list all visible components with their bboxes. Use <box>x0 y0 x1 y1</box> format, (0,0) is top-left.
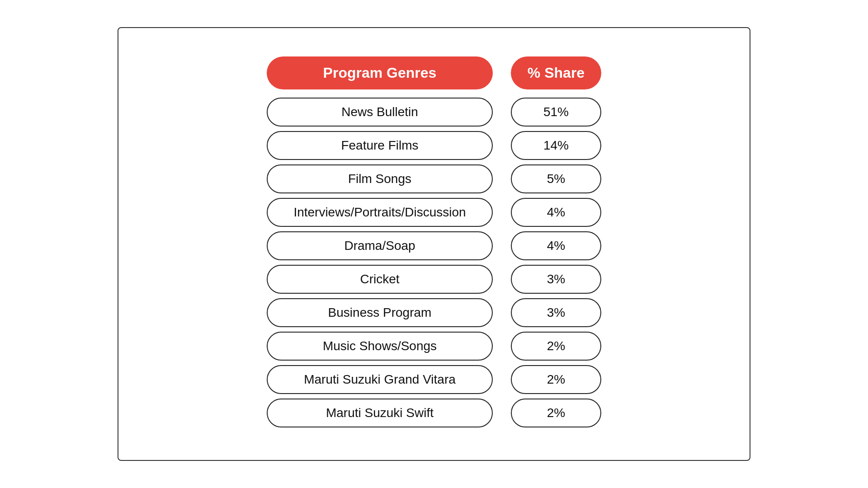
share-cell: 3% <box>511 265 601 294</box>
genre-cell: Film Songs <box>267 164 493 193</box>
share-cell: 5% <box>511 164 601 193</box>
header-share: % Share <box>511 56 601 89</box>
share-cell: 2% <box>511 399 601 427</box>
share-cell: 3% <box>511 298 601 327</box>
table-row: Drama/Soap4% <box>267 231 601 260</box>
table-wrapper: Program Genres % Share News Bulletin51%F… <box>258 56 610 432</box>
share-cell: 2% <box>511 365 601 394</box>
header-row: Program Genres % Share <box>258 56 610 89</box>
table-row: Maruti Suzuki Swift2% <box>267 399 601 427</box>
share-cell: 4% <box>511 231 601 260</box>
table-row: Feature Films14% <box>267 131 601 160</box>
table-row: News Bulletin51% <box>267 98 601 127</box>
genre-cell: Drama/Soap <box>267 231 493 260</box>
table-row: Business Program3% <box>267 298 601 327</box>
header-genre: Program Genres <box>267 56 493 89</box>
genre-cell: News Bulletin <box>267 98 493 127</box>
table-row: Cricket3% <box>267 265 601 294</box>
genre-cell: Business Program <box>267 298 493 327</box>
genre-cell: Feature Films <box>267 131 493 160</box>
table-row: Film Songs5% <box>267 164 601 193</box>
share-cell: 14% <box>511 131 601 160</box>
genre-cell: Cricket <box>267 265 493 294</box>
table-row: Interviews/Portraits/Discussion4% <box>267 198 601 227</box>
rows-container: News Bulletin51%Feature Films14%Film Son… <box>267 98 601 432</box>
table-row: Music Shows/Songs2% <box>267 332 601 361</box>
genre-cell: Maruti Suzuki Grand Vitara <box>267 365 493 394</box>
share-cell: 2% <box>511 332 601 361</box>
share-cell: 51% <box>511 98 601 127</box>
genre-cell: Interviews/Portraits/Discussion <box>267 198 493 227</box>
genre-cell: Music Shows/Songs <box>267 332 493 361</box>
outer-frame: Program Genres % Share News Bulletin51%F… <box>118 27 750 461</box>
share-cell: 4% <box>511 198 601 227</box>
table-row: Maruti Suzuki Grand Vitara2% <box>267 365 601 394</box>
genre-cell: Maruti Suzuki Swift <box>267 399 493 427</box>
